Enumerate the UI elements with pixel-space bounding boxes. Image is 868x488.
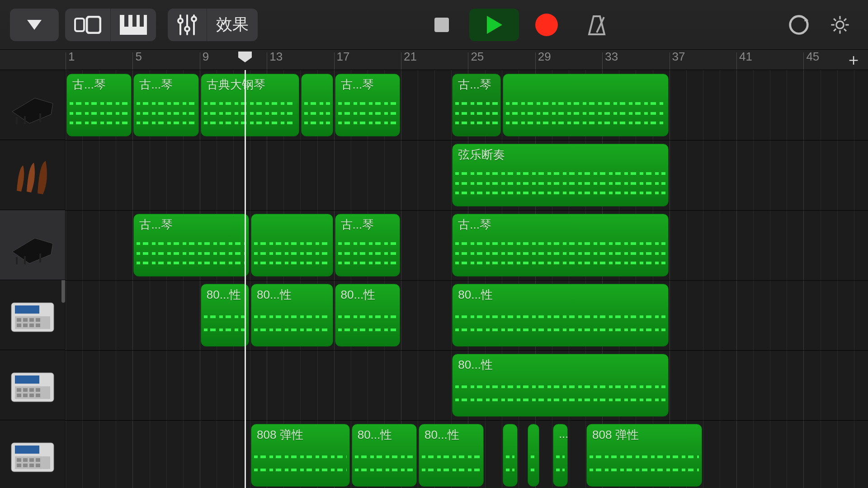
region[interactable]: 80...性	[201, 284, 249, 347]
track-header-piano2[interactable]	[0, 210, 65, 280]
svg-line-24	[844, 28, 846, 31]
region[interactable]: 80...性	[251, 284, 333, 347]
region[interactable]: 古典大钢琴	[201, 74, 300, 136]
bar-marker: 25	[468, 50, 484, 70]
region[interactable]: 808 弹性	[586, 424, 702, 487]
region[interactable]: 弦乐断奏	[452, 144, 668, 206]
timeline-ruler[interactable]: 159131721252933374145 ＋	[0, 50, 868, 70]
svg-point-8	[178, 19, 183, 23]
region[interactable]: 80...性	[335, 284, 400, 347]
region-label	[528, 424, 539, 427]
region-label: 古...琴	[134, 214, 249, 233]
svg-rect-6	[140, 15, 144, 27]
region[interactable]: 古...琴	[133, 214, 249, 277]
fx-button[interactable]: 效果	[207, 9, 258, 41]
region[interactable]: 808 弹性	[251, 424, 350, 487]
piano-icon	[8, 225, 57, 265]
svg-rect-1	[75, 19, 84, 31]
region-label: 80...性	[251, 284, 333, 303]
bar-marker: 5	[132, 50, 142, 70]
bar-marker: 21	[401, 50, 417, 70]
region[interactable]: 80...性	[452, 284, 668, 347]
region-label: 古...琴	[453, 74, 500, 93]
region[interactable]: 古...琴	[335, 214, 400, 277]
record-button[interactable]	[522, 9, 571, 41]
toolbar: 效果	[0, 0, 868, 50]
region[interactable]	[251, 214, 333, 277]
drum-machine-icon	[8, 295, 57, 335]
play-button[interactable]	[469, 9, 519, 41]
playhead-marker[interactable]	[238, 50, 252, 70]
drum-machine-icon	[8, 435, 57, 475]
timeline[interactable]: 古...琴古...琴古典大钢琴古...琴古...琴弦乐断奏古...琴古...琴古…	[66, 70, 868, 488]
mixer-button[interactable]	[168, 9, 207, 41]
songs-dropdown-button[interactable]	[10, 9, 59, 41]
keyboard-view-button[interactable]	[111, 9, 156, 41]
piano-icon	[8, 84, 57, 125]
track-header-drum2[interactable]	[0, 350, 65, 420]
bar-marker: 33	[602, 50, 618, 70]
region[interactable]: 古...琴	[66, 74, 132, 136]
region-label: 80...性	[352, 424, 416, 443]
svg-point-17	[790, 16, 808, 33]
region[interactable]: 80...性	[352, 424, 417, 487]
track-header-drum1[interactable]	[0, 280, 65, 350]
region-label: 80...性	[453, 354, 668, 373]
region-label: 80...性	[335, 284, 400, 303]
region-label: 古...琴	[453, 214, 668, 233]
region-label: 弦乐断奏	[453, 144, 668, 163]
svg-rect-5	[132, 15, 137, 27]
controls-group: 效果	[168, 9, 258, 41]
region[interactable]: 古...琴	[133, 74, 198, 136]
svg-point-18	[836, 21, 844, 28]
region-label	[302, 74, 332, 77]
track-header-piano1[interactable]	[0, 70, 65, 140]
svg-rect-4	[124, 15, 128, 27]
loop-browser-button[interactable]	[778, 9, 819, 41]
bar-marker: 41	[736, 50, 752, 70]
strings-icon	[8, 155, 57, 195]
region-label: ...	[553, 424, 567, 441]
region-label: 古...琴	[335, 74, 400, 93]
region-label	[503, 74, 668, 77]
settings-button[interactable]	[822, 9, 858, 41]
region[interactable]	[503, 74, 669, 136]
bar-marker: 37	[670, 50, 685, 70]
svg-rect-2	[87, 17, 100, 33]
region-label: 80...性	[419, 424, 483, 443]
region[interactable]: 80...性	[419, 424, 484, 487]
tracks-view-button[interactable]	[65, 9, 110, 41]
drum-machine-icon	[8, 365, 57, 405]
bar-marker: 13	[267, 50, 283, 70]
region-label: 古...琴	[67, 74, 131, 93]
bar-marker: 9	[200, 50, 209, 70]
svg-point-15	[535, 14, 558, 36]
metronome-button[interactable]	[574, 9, 619, 41]
bar-marker: 17	[334, 50, 350, 70]
region[interactable]	[301, 74, 333, 136]
track-header-strings[interactable]	[0, 140, 65, 210]
svg-line-23	[834, 19, 836, 21]
view-mode-group	[65, 9, 156, 41]
add-track-button[interactable]: ＋	[843, 52, 864, 67]
track-header-drum3[interactable]	[0, 420, 65, 488]
region[interactable]: 80...性	[452, 354, 668, 417]
track-headers	[0, 70, 66, 488]
svg-point-10	[185, 27, 189, 31]
region[interactable]	[528, 424, 539, 487]
region[interactable]	[503, 424, 518, 487]
bar-marker: 1	[66, 50, 75, 70]
svg-line-25	[844, 19, 846, 21]
region[interactable]: ...	[553, 424, 568, 487]
region-label: 古...琴	[335, 214, 400, 233]
region-label: 80...性	[201, 284, 249, 303]
stop-button[interactable]	[417, 9, 467, 41]
svg-rect-13	[434, 18, 449, 32]
region[interactable]: 古...琴	[452, 214, 668, 277]
svg-line-26	[834, 28, 836, 31]
bar-marker: 45	[803, 50, 819, 70]
region[interactable]: 古...琴	[452, 74, 500, 136]
region-label: 80...性	[453, 284, 668, 303]
region-label: 808 弹性	[587, 424, 702, 443]
region[interactable]: 古...琴	[335, 74, 400, 136]
